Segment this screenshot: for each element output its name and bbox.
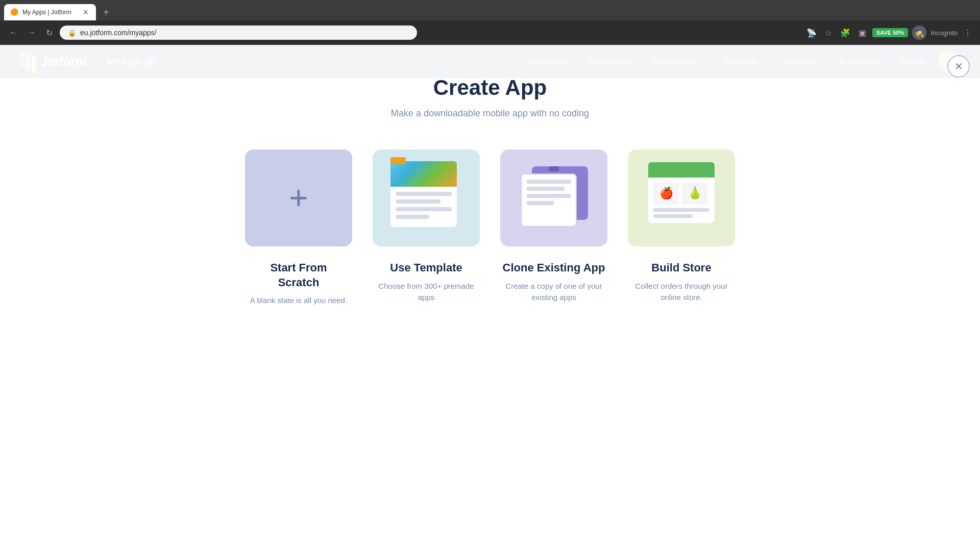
card-clone-image [500, 149, 607, 246]
modal-title: Create App [433, 76, 547, 100]
toolbar-right: 📡 ☆ 🧩 ▣ SAVE 50% 🕵 Incognito ⋮ [804, 26, 974, 40]
card-store[interactable]: 🍎 🍐 Build Store Collect orders through y… [628, 149, 735, 304]
incognito-icon: 🕵 [914, 28, 924, 38]
menu-button[interactable]: ⋮ [962, 26, 974, 40]
cast-button[interactable]: 📡 [804, 26, 819, 40]
tab-bar: 🟠 My Apps | Jotform ✕ + [0, 0, 980, 20]
extensions-button[interactable]: 🧩 [838, 26, 852, 40]
card-template-image [373, 149, 480, 246]
close-icon: ✕ [954, 60, 963, 72]
cards-row: + Start FromScratch A blank state is all… [245, 149, 735, 307]
card-clone-desc: Create a copy of one of your existing ap… [500, 281, 607, 304]
close-tab-button[interactable]: ✕ [82, 7, 90, 17]
card-store-desc: Collect orders through your online store… [628, 281, 735, 304]
card-template-desc: Choose from 300+ premade apps [373, 281, 480, 304]
card-scratch-title: Start FromScratch [270, 261, 327, 290]
create-app-modal: ✕ Create App Make a downloadable mobile … [0, 45, 980, 551]
sidebar-button[interactable]: ▣ [856, 26, 868, 40]
address-bar[interactable]: 🔒 eu.jotform.com/myapps/ [60, 26, 417, 40]
card-scratch[interactable]: + Start FromScratch A blank state is all… [245, 149, 352, 307]
clone-illustration [516, 157, 592, 239]
active-tab[interactable]: 🟠 My Apps | Jotform ✕ [4, 4, 96, 20]
store-illustration: 🍎 🍐 [643, 157, 720, 239]
card-store-image: 🍎 🍐 [628, 149, 735, 246]
forward-button[interactable]: → [24, 26, 39, 39]
tab-favicon: 🟠 [10, 8, 18, 16]
card-template[interactable]: Use Template Choose from 300+ premade ap… [373, 149, 480, 304]
card-clone-title: Clone Existing App [503, 261, 605, 276]
bookmark-button[interactable]: ☆ [823, 26, 834, 40]
card-template-title: Use Template [390, 261, 462, 276]
lock-icon: 🔒 [68, 29, 76, 37]
card-clone[interactable]: Clone Existing App Create a copy of one … [500, 149, 607, 304]
page-content: Jotform My Apps ✓ My Forms Templates ▾ I… [0, 45, 980, 551]
new-tab-button[interactable]: + [98, 4, 114, 20]
card-store-title: Build Store [651, 261, 711, 276]
reload-button[interactable]: ↻ [43, 26, 56, 40]
incognito-avatar[interactable]: 🕵 [912, 26, 926, 40]
save-badge: SAVE 50% [872, 28, 908, 37]
back-button[interactable]: ← [6, 26, 20, 39]
card-scratch-image: + [245, 149, 352, 246]
template-illustration [388, 157, 464, 239]
close-button[interactable]: ✕ [947, 55, 970, 78]
incognito-label: Incognito [930, 29, 958, 37]
browser-toolbar: ← → ↻ 🔒 eu.jotform.com/myapps/ 📡 ☆ 🧩 ▣ S… [0, 20, 980, 45]
card-scratch-desc: A blank state is all you need. [250, 295, 347, 307]
tab-title: My Apps | Jotform [22, 9, 78, 16]
plus-icon: + [289, 182, 308, 214]
url-text: eu.jotform.com/myapps/ [80, 29, 156, 37]
modal-subtitle: Make a downloadable mobile app with no c… [391, 108, 589, 119]
browser-chrome: 🟠 My Apps | Jotform ✕ + ← → ↻ 🔒 eu.jotfo… [0, 0, 980, 45]
